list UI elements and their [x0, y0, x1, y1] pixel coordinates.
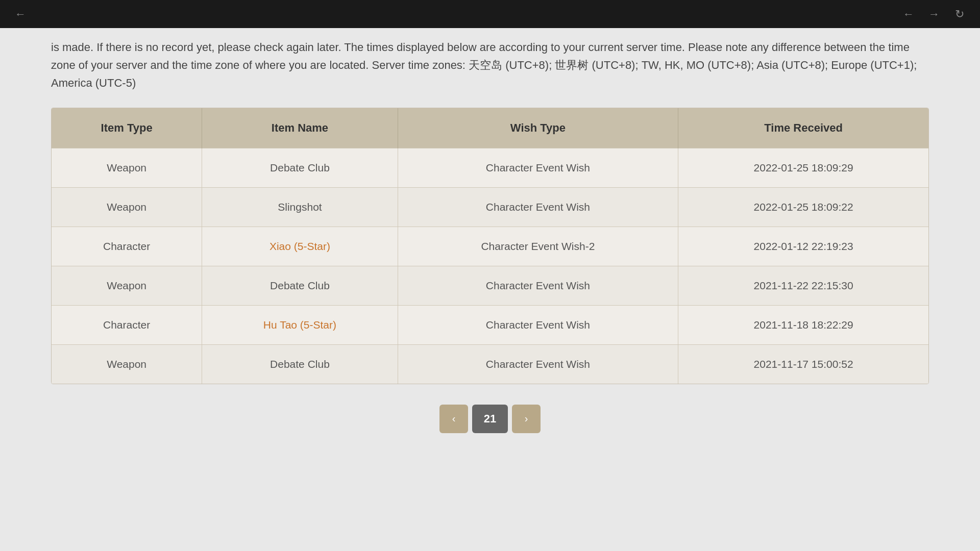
nav-forward-button[interactable]: → — [924, 4, 944, 24]
cell-item-name: Slingshot — [202, 187, 398, 227]
top-bar-left: ← — [10, 4, 31, 24]
cell-item-name: Debate Club — [202, 266, 398, 305]
pagination-current-page: 21 — [472, 405, 508, 433]
cell-wish-type: Character Event Wish — [398, 344, 678, 384]
info-text: is made. If there is no record yet, plea… — [51, 28, 929, 108]
table-row: CharacterHu Tao (5-Star)Character Event … — [52, 305, 928, 344]
cell-time-received: 2022-01-25 18:09:22 — [678, 187, 928, 227]
cell-item-type: Weapon — [52, 344, 202, 384]
table-row: WeaponDebate ClubCharacter Event Wish202… — [52, 266, 928, 305]
col-header-item-name: Item Name — [202, 108, 398, 148]
cell-time-received: 2021-11-17 15:00:52 — [678, 344, 928, 384]
pagination-next-button[interactable]: › — [512, 405, 541, 433]
refresh-button[interactable]: ↻ — [949, 4, 970, 24]
cell-item-name: Xiao (5-Star) — [202, 227, 398, 266]
cell-item-name: Hu Tao (5-Star) — [202, 305, 398, 344]
col-header-time-received: Time Received — [678, 108, 928, 148]
cell-item-type: Weapon — [52, 187, 202, 227]
main-content: is made. If there is no record yet, plea… — [0, 28, 980, 551]
col-header-item-type: Item Type — [52, 108, 202, 148]
cell-wish-type: Character Event Wish-2 — [398, 227, 678, 266]
cell-item-type: Weapon — [52, 148, 202, 187]
cell-time-received: 2022-01-12 22:19:23 — [678, 227, 928, 266]
cell-item-type: Character — [52, 227, 202, 266]
wish-history-table-container: Item Type Item Name Wish Type Time Recei… — [51, 108, 929, 384]
table-row: WeaponDebate ClubCharacter Event Wish202… — [52, 148, 928, 187]
top-bar-right: ← → ↻ — [898, 4, 970, 24]
pagination-controls: ‹ 21 › — [51, 405, 929, 433]
cell-item-type: Character — [52, 305, 202, 344]
wish-history-table: Item Type Item Name Wish Type Time Recei… — [52, 108, 928, 384]
cell-wish-type: Character Event Wish — [398, 266, 678, 305]
col-header-wish-type: Wish Type — [398, 108, 678, 148]
table-row: WeaponSlingshotCharacter Event Wish2022-… — [52, 187, 928, 227]
cell-item-type: Weapon — [52, 266, 202, 305]
top-navigation-bar: ← ← → ↻ — [0, 0, 980, 28]
back-button[interactable]: ← — [10, 4, 31, 24]
cell-wish-type: Character Event Wish — [398, 148, 678, 187]
cell-wish-type: Character Event Wish — [398, 305, 678, 344]
table-header-row: Item Type Item Name Wish Type Time Recei… — [52, 108, 928, 148]
table-row: CharacterXiao (5-Star)Character Event Wi… — [52, 227, 928, 266]
table-row: WeaponDebate ClubCharacter Event Wish202… — [52, 344, 928, 384]
cell-time-received: 2021-11-18 18:22:29 — [678, 305, 928, 344]
cell-item-name: Debate Club — [202, 344, 398, 384]
nav-prev-button[interactable]: ← — [898, 4, 919, 24]
cell-item-name: Debate Club — [202, 148, 398, 187]
pagination-prev-button[interactable]: ‹ — [439, 405, 468, 433]
cell-time-received: 2022-01-25 18:09:29 — [678, 148, 928, 187]
cell-wish-type: Character Event Wish — [398, 187, 678, 227]
cell-time-received: 2021-11-22 22:15:30 — [678, 266, 928, 305]
